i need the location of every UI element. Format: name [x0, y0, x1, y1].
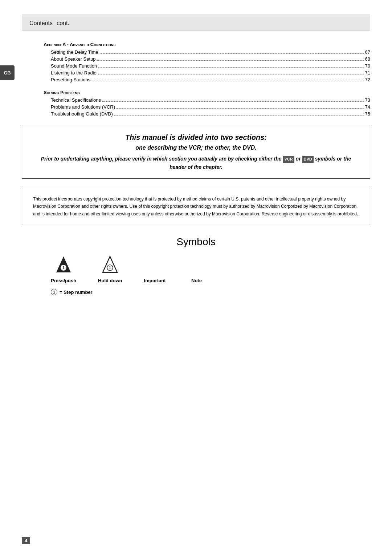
toc-dots: [100, 53, 364, 54]
symbol-note: Note: [187, 255, 205, 283]
important-icon: [146, 255, 164, 275]
circle-number-icon: 1: [51, 289, 57, 295]
symbol-hold-down: 1 Hold down: [98, 255, 122, 283]
toc-entry: Problems and Solutions (VCR) 74: [44, 104, 370, 110]
symbols-title: Symbols: [22, 236, 370, 248]
notice-box-body: Prior to undertaking anything, please ve…: [33, 155, 359, 171]
toc-section-header-appendix: Appendix A - Advanced Connections: [44, 42, 370, 47]
svg-text:1: 1: [62, 266, 64, 270]
toc-entry: Technical Specifications 73: [44, 97, 370, 103]
toc-entry-title: About Speaker Setup: [51, 56, 96, 62]
toc-dots: [117, 108, 364, 109]
toc-page: 75: [365, 111, 370, 117]
toc-entry: Troubleshooting Guide (DVD) 75: [44, 111, 370, 117]
dvd-badge: DVD: [302, 156, 314, 163]
gb-badge-text: GB: [4, 70, 11, 76]
symbol-important: Important: [144, 255, 166, 283]
gb-badge: GB: [0, 65, 15, 80]
step-number-row: 1 = Step number: [22, 289, 370, 295]
toc-dots: [114, 115, 364, 116]
symbols-row: 1 Press/push 1 Hold down: [22, 255, 370, 283]
notice-box-subtitle: one describing the VCR; the other, the D…: [33, 145, 359, 151]
page-container: GB Contents cont. Appendix A - Advanced …: [0, 0, 392, 555]
toc-dots: [98, 74, 364, 74]
copyright-box: This product incorporates copyright prot…: [22, 188, 370, 225]
toc-entry: About Speaker Setup 68: [44, 56, 370, 62]
toc-page: 70: [365, 63, 370, 69]
toc-dots: [98, 67, 363, 68]
contents-title: Contents: [29, 20, 53, 26]
toc-dots: [92, 81, 363, 81]
toc-section-appendix: Appendix A - Advanced Connections Settin…: [44, 42, 370, 82]
toc-page: 71: [365, 70, 370, 76]
toc-entry-title: Troubleshooting Guide (DVD): [51, 111, 113, 117]
toc-entry: Sound Mode Function 70: [44, 63, 370, 69]
note-icon: [187, 255, 205, 275]
copyright-text: This product incorporates copyright prot…: [33, 197, 358, 216]
toc-entry-title: Setting the Delay Time: [51, 49, 98, 55]
toc-page: 72: [365, 77, 370, 82]
toc-entry-title: Technical Specifications: [51, 97, 101, 103]
important-label: Important: [144, 278, 166, 283]
toc-page: 74: [365, 104, 370, 110]
toc-entry: Listening to the Radio 71: [44, 70, 370, 76]
notice-box-title: This manuel is divided into two sections…: [33, 133, 359, 142]
hold-down-label: Hold down: [98, 278, 122, 283]
symbol-press-push: 1 Press/push: [51, 255, 76, 283]
toc-entry-title: Problems and Solutions (VCR): [51, 104, 115, 110]
hold-down-icon: 1: [101, 255, 119, 275]
toc-page: 73: [365, 97, 370, 103]
step-number-label: = Step number: [60, 289, 93, 295]
toc-entry: Setting the Delay Time 67: [44, 49, 370, 55]
toc-section-header-solving: Solving Problems: [44, 90, 370, 95]
page-number: 4: [22, 537, 30, 544]
contents-subtitle: cont.: [57, 20, 69, 26]
contents-header: Contents cont.: [22, 15, 370, 31]
note-label: Note: [191, 278, 202, 283]
press-push-label: Press/push: [51, 278, 76, 283]
vcr-badge: VCR: [283, 156, 294, 163]
toc-dots: [102, 101, 364, 102]
toc: Appendix A - Advanced Connections Settin…: [22, 42, 370, 117]
svg-text:1: 1: [109, 266, 111, 270]
toc-dots: [97, 60, 364, 61]
toc-entry-title: Sound Mode Function: [51, 63, 97, 69]
toc-page: 68: [365, 56, 370, 62]
toc-entry-title: Presetting Stations: [51, 77, 90, 82]
toc-entry-title: Listening to the Radio: [51, 70, 97, 76]
toc-section-solving: Solving Problems Technical Specification…: [44, 90, 370, 117]
toc-page: 67: [365, 49, 370, 55]
toc-entry: Presetting Stations 72: [44, 77, 370, 82]
notice-box: This manuel is divided into two sections…: [22, 126, 370, 179]
press-push-icon: 1: [54, 255, 73, 275]
symbols-section: Symbols 1 Press/push: [22, 236, 370, 295]
